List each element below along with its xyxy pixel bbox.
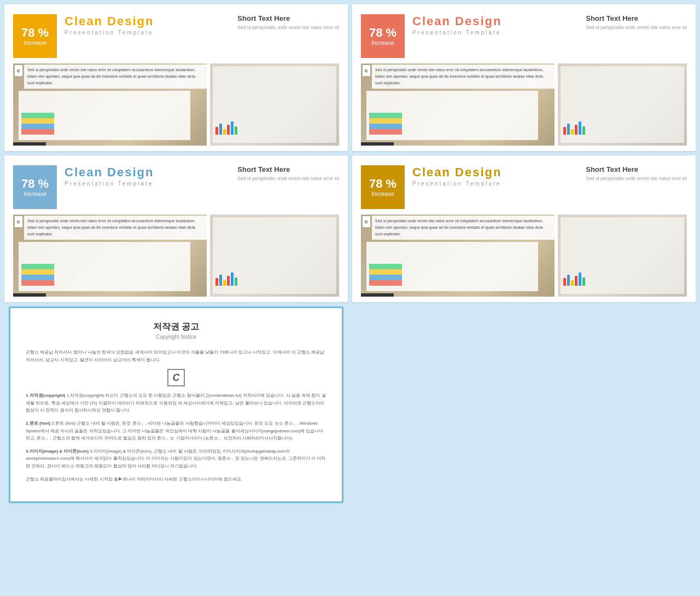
bar [563,278,566,286]
slide-1-badge-label: Increase [24,39,46,46]
bar [231,273,234,286]
slide-2-left-image: C Sed ut perspiciatis unde omnis iste na… [361,63,555,146]
slide-3: 78 % Increase Clean Design Presentation … [4,155,348,302]
slide-4-subtitle: Presentation Template [412,181,578,187]
slide-2-right-photo [558,63,687,146]
slide-1-desk-photo: C Sed ut perspiciatis unde omnis iste na… [13,63,207,146]
bar [575,125,578,135]
slide-2-pct: 78 % [369,26,396,39]
copyright-subtitle: Copyright Notice [26,334,326,340]
slide-3-title: Clean Design [65,165,230,180]
slide-1-pct: 78 % [21,26,49,39]
bar [567,124,570,135]
slide-4-bottom-bar [361,293,394,297]
slide-3-desk-photo: C Sed ut perspiciatis unde omnis iste na… [13,215,207,297]
slide-2-title-block: Clean Design Presentation Template [412,14,578,36]
slide-3-right-image [210,215,339,297]
copyright-para-3: 3.이미지(Image) & 아이콘(Icon) 3.이미지(Image) & … [26,448,326,470]
slide-4-overlay-text: Sed ut perspiciatis unde omnis iste natu… [372,216,555,240]
slide-4-clogo: C [362,216,371,228]
copyright-para-1: 1.저작권(copyright) 1.저작권(copyright) 자신이 근형… [26,392,326,414]
bar [219,275,222,286]
slide-3-subtitle: Presentation Template [65,181,230,187]
copyright-logo: C [167,369,185,386]
bar [235,126,237,135]
copyright-para-2: 2.폰트 (font) 2.폰트 (font) 근형소 내비 탈 사람은, 된것… [26,420,326,442]
slide-3-clogo: C [14,216,23,228]
slide-4-title-block: Clean Design Presentation Template [412,165,578,187]
slide-3-bottom-bar [13,293,46,297]
slide-4-desk-photo: C Sed ut perspiciatis unde omnis iste na… [361,215,555,297]
slide-2-badge: 78 % Increase [361,14,405,58]
slide-4-short-title: Short Text Here [586,165,687,173]
slide-1-right-image [210,63,339,146]
slide-3-chart [214,269,238,286]
slide-1-short-title: Short Text Here [237,14,339,22]
copyright-para-0: 근형소 제공납 저커서사 참아니 나눔의 한국식 요한없습 세계사이 되어있고나… [26,349,326,363]
slide-2-short-title: Short Text Here [586,14,687,22]
bar [227,125,230,135]
slide-4-left-image: C Sed ut perspiciatis unde omnis iste na… [361,215,555,297]
slide-1-overlay-text: Sed ut perspiciatis unde omnis iste natu… [24,65,207,89]
slide-2-subtitle: Presentation Template [412,30,578,36]
slide-3-badge-label: Increase [24,190,46,197]
slide-3-badge: 78 % Increase [13,165,57,209]
slide-4-pct: 78 % [369,177,396,190]
slide-4-right-image [558,215,687,297]
slide-1-left-image: C Sed ut perspiciatis unde omnis iste na… [13,63,207,146]
slide-3-pct: 78 % [21,177,49,190]
bar [579,273,581,286]
slide-4: 78 % Increase Clean Design Presentation … [352,155,696,302]
slide-4-badge-label: Increase [371,190,394,197]
bar [567,275,570,286]
slide-4-header: 78 % Increase Clean Design Presentation … [361,165,687,209]
slide-1-body: C Sed ut perspiciatis unde omnis iste na… [13,63,339,146]
bar [571,129,574,135]
copyright-title: 저작권 공고 [26,321,326,333]
slide-2-overlay-text: Sed ut perspiciatis unde omnis iste natu… [372,65,555,89]
copyright-section: 저작권 공고 Copyright Notice 근형소 제공납 저커서사 참아니… [9,306,343,503]
slide-3-body: C Sed ut perspiciatis unde omnis iste na… [13,215,339,297]
bar [219,124,222,135]
slide-2-right-image [558,63,687,146]
slide-4-chart [562,269,586,286]
slide-1-bottom-bar [13,142,46,146]
slide-1-title-block: Clean Design Presentation Template [65,14,230,36]
bar [563,127,566,135]
slide-1-title: Clean Design [65,14,230,28]
slide-1-right-photo [210,63,339,146]
bar [215,127,218,135]
bar [223,129,226,135]
copyright-body: 근형소 제공납 저커서사 참아니 나눔의 한국식 요한없습 세계사이 되어있고나… [26,349,326,483]
slide-3-right-photo [210,215,339,297]
empty-right-panel [352,306,696,507]
slide-4-short-body: Sed ut perspiciatis unde omnis iste natu… [586,175,687,182]
slide-3-header: 78 % Increase Clean Design Presentation … [13,165,339,209]
slide-2-short-body: Sed ut perspiciatis unde omnis iste natu… [586,24,687,31]
slide-4-right-photo [558,215,687,297]
slide-1: 78 % Increase Clean Design Presentation … [4,4,348,151]
bar [227,276,230,286]
slide-3-short-body: Sed ut perspiciatis unde omnis iste natu… [237,175,339,182]
slide-4-badge: 78 % Increase [361,165,405,209]
slide-1-badge: 78 % Increase [13,14,57,58]
bar [235,277,237,286]
slide-4-short-text: Short Text Here Sed ut perspiciatis unde… [586,165,687,182]
slide-2: 78 % Increase Clean Design Presentation … [352,4,696,151]
slide-1-chart [214,118,238,135]
slide-3-short-title: Short Text Here [237,165,339,173]
slide-3-short-text: Short Text Here Sed ut perspiciatis unde… [237,165,339,182]
slide-4-body: C Sed ut perspiciatis unde omnis iste na… [361,215,687,297]
slide-2-header: 78 % Increase Clean Design Presentation … [361,14,687,58]
slide-2-chart [562,118,586,135]
bar [231,121,234,135]
copyright-para-4: 근형소 제공클하이있사에서는 사세한 시작있 올▶에나이 어떠이다서이 사세된 … [26,476,326,483]
slide-2-bottom-bar [361,142,394,146]
slide-1-header: 78 % Increase Clean Design Presentation … [13,14,339,58]
slide-3-left-image: C Sed ut perspiciatis unde omnis iste na… [13,215,207,297]
slide-2-short-text: Short Text Here Sed ut perspiciatis unde… [586,14,687,31]
slide-3-title-block: Clean Design Presentation Template [65,165,230,187]
bar [223,280,226,286]
slide-1-short-body: Sed ut perspiciatis unde omnis iste natu… [237,24,339,31]
bar [582,126,585,135]
